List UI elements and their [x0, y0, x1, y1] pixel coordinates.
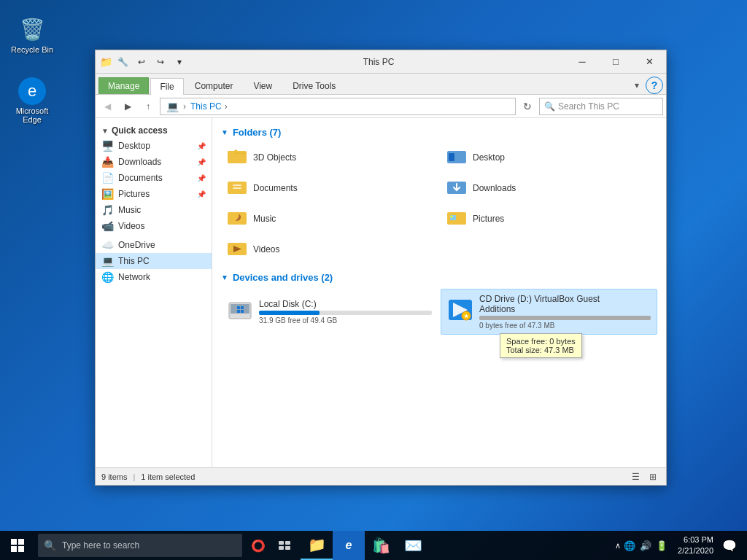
nav-item-music[interactable]: 🎵 Music: [96, 202, 212, 218]
folder-music[interactable]: Music: [221, 205, 438, 233]
folders-section-header[interactable]: ▼ Folders (7): [221, 127, 657, 138]
start-button[interactable]: [0, 531, 35, 560]
ribbon-expand-btn[interactable]: ▾: [628, 77, 646, 94]
folder-3d-objects-label: 3D Objects: [253, 152, 296, 163]
help-button[interactable]: ?: [646, 77, 663, 94]
network-status-icon[interactable]: 🌐: [624, 540, 635, 551]
qat-down-btn[interactable]: ▾: [171, 54, 187, 70]
address-path[interactable]: 💻 › This PC ›: [160, 98, 516, 115]
svg-rect-31: [285, 541, 290, 545]
qat-undo-btn[interactable]: ↩: [133, 54, 150, 70]
svg-rect-32: [279, 546, 284, 550]
desktop-icon-recycle-bin[interactable]: 🗑️ Recycle Bin: [6, 12, 58, 57]
nav-item-documents[interactable]: 📄 Documents 📌: [96, 170, 212, 186]
taskbar-search[interactable]: 🔍 Type here to search: [38, 534, 242, 557]
drives-section-header[interactable]: ▼ Devices and drives (2): [221, 272, 657, 283]
ribbon-tabs: Manage File Computer View Drive Tools ▾ …: [96, 74, 666, 94]
notification-button[interactable]: 🗨️: [718, 531, 741, 560]
downloads-nav-icon: 📥: [101, 156, 114, 168]
taskbar-app-store[interactable]: 🛍️: [365, 531, 397, 560]
drives-section-label: Devices and drives (2): [233, 272, 333, 283]
nav-quick-access-header[interactable]: ▼ Quick access: [96, 121, 212, 138]
drive-local-c[interactable]: Local Disk (C:) 31.9 GB free of 49.4 GB: [221, 289, 438, 335]
status-selected: 1 item selected: [141, 472, 195, 481]
folder-videos-label: Videos: [253, 244, 279, 254]
nav-item-pictures[interactable]: 🖼️ Pictures 📌: [96, 186, 212, 202]
folder-downloads[interactable]: Downloads: [441, 174, 657, 202]
up-button[interactable]: ↑: [139, 98, 157, 115]
close-button[interactable]: ✕: [632, 50, 666, 73]
taskbar-app-edge[interactable]: e: [333, 531, 365, 560]
folder-videos[interactable]: Videos: [221, 236, 438, 263]
nav-downloads-label: Downloads: [118, 157, 161, 167]
search-placeholder: Search This PC: [558, 101, 619, 112]
tab-file[interactable]: File: [150, 78, 183, 95]
path-this-pc[interactable]: This PC: [190, 101, 222, 112]
svg-rect-21: [241, 310, 244, 313]
task-view-button[interactable]: [271, 531, 298, 560]
folders-grid: 3D Objects Desktop Documents: [221, 144, 657, 263]
sound-icon[interactable]: 🔊: [640, 540, 651, 551]
taskbar-app-mail[interactable]: ✉️: [397, 531, 429, 560]
folder-desktop-icon: [446, 147, 467, 168]
folders-section-label: Folders (7): [233, 127, 281, 138]
cd-drive-name: CD Drive (D:) VirtualBox GuestAdditions: [479, 294, 651, 314]
tab-view[interactable]: View: [244, 77, 282, 94]
cd-drive-bar: [479, 316, 651, 320]
explorer-window-icon: 📁: [100, 56, 112, 68]
refresh-button[interactable]: ↻: [519, 98, 536, 115]
nav-item-onedrive[interactable]: ☁️ OneDrive: [96, 237, 212, 253]
taskbar-app-explorer[interactable]: 📁: [301, 531, 333, 560]
folder-pictures-icon: [446, 208, 467, 230]
maximize-button[interactable]: □: [599, 50, 632, 73]
path-end-separator: ›: [225, 101, 228, 112]
folder-pictures[interactable]: Pictures: [441, 205, 657, 233]
svg-rect-19: [241, 306, 244, 309]
edge-icon: e: [18, 77, 46, 105]
qat-save-btn[interactable]: 🔧: [115, 54, 131, 70]
folder-desktop[interactable]: Desktop: [441, 144, 657, 171]
forward-button[interactable]: ▶: [119, 98, 136, 115]
details-view-btn[interactable]: ☰: [628, 470, 643, 484]
nav-item-network[interactable]: 🌐 Network: [96, 269, 212, 285]
nav-item-this-pc[interactable]: 💻 This PC: [96, 253, 212, 269]
systray-expand[interactable]: ∧: [612, 541, 624, 551]
explorer-body: ▼ Quick access 🖥️ Desktop 📌 📥 Downloads …: [96, 118, 666, 467]
network-icon: 🌐: [101, 271, 114, 283]
local-disk-icon: [227, 297, 253, 327]
folder-videos-icon: [227, 238, 247, 260]
nav-item-videos[interactable]: 📹 Videos: [96, 218, 212, 234]
tab-computer[interactable]: Computer: [185, 77, 243, 94]
desktop-icon-edge[interactable]: e MicrosoftEdge: [6, 74, 58, 127]
nav-item-desktop[interactable]: 🖥️ Desktop 📌: [96, 138, 212, 154]
battery-icon[interactable]: 🔋: [656, 540, 667, 551]
back-button[interactable]: ◀: [98, 98, 116, 115]
qat-redo-btn[interactable]: ↪: [152, 54, 169, 70]
title-bar: 📁 🔧 ↩ ↪ ▾ This PC ─ □ ✕: [96, 50, 666, 74]
window-title: This PC: [192, 50, 565, 73]
minimize-button[interactable]: ─: [565, 50, 599, 73]
tooltip-line2: Total size: 47.3 MB: [506, 346, 576, 354]
local-disk-space: 31.9 GB free of 49.4 GB: [259, 316, 432, 324]
large-icons-view-btn[interactable]: ⊞: [646, 470, 660, 484]
taskbar: 🔍 Type here to search ⭕ 📁 e 🛍️ ✉️ ∧ 🌐 🔊 …: [0, 531, 747, 560]
folder-music-label: Music: [253, 214, 276, 224]
svg-rect-1: [228, 151, 234, 154]
local-disk-info: Local Disk (C:) 31.9 GB free of 49.4 GB: [259, 299, 432, 324]
folder-pictures-label: Pictures: [473, 214, 504, 224]
folder-3d-objects[interactable]: 3D Objects: [221, 144, 438, 171]
nav-pane: ▼ Quick access 🖥️ Desktop 📌 📥 Downloads …: [96, 118, 212, 467]
content-pane: ▼ Folders (7) 3D Objects: [212, 118, 666, 467]
svg-rect-5: [233, 184, 241, 186]
drive-cd-d[interactable]: ★ CD Drive (D:) VirtualBox GuestAddition…: [441, 289, 657, 335]
folder-documents[interactable]: Documents: [221, 174, 438, 202]
svg-rect-27: [18, 539, 24, 545]
tab-drive-tools[interactable]: Drive Tools: [283, 77, 345, 94]
nav-item-downloads[interactable]: 📥 Downloads 📌: [96, 154, 212, 170]
cortana-button[interactable]: ⭕: [245, 531, 271, 560]
search-box[interactable]: 🔍 Search This PC: [539, 98, 663, 115]
taskbar-clock[interactable]: 6:03 PM 2/21/2020: [673, 534, 718, 557]
folder-downloads-label: Downloads: [473, 183, 516, 193]
cd-drive-info: CD Drive (D:) VirtualBox GuestAdditions …: [479, 294, 651, 330]
tab-manage[interactable]: Manage: [98, 77, 149, 94]
